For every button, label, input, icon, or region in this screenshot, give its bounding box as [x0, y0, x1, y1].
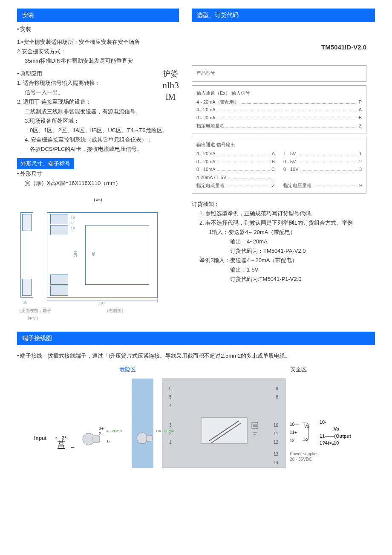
app1b: 信号一入一出。 [17, 88, 158, 97]
input-label: Input [34, 434, 46, 442]
out-l-2-label: 0 - 10mA [196, 165, 216, 173]
out-r-3 [283, 173, 362, 182]
prod-label: 产品型号 [196, 69, 362, 77]
out-l-1-code: B [272, 158, 275, 166]
app3: 3.现场设备所处区域： [17, 116, 179, 126]
t9: 9 [276, 385, 278, 392]
out-l-0-label: 4 - 20mA [196, 150, 216, 158]
out-l-1-label: 0 - 20mA [196, 158, 216, 166]
svg-rect-6 [146, 435, 152, 441]
out-r-3-label [283, 173, 285, 182]
p3: 3+ [99, 426, 104, 431]
out-l-3-label: 4-20mA / 1-5V [196, 173, 226, 182]
rt10: 10— [290, 422, 299, 427]
io-label: Io [304, 436, 308, 443]
output-header: 输出通道 信号输出 [196, 141, 362, 149]
out-r-1: 0 - 5V2 [283, 158, 362, 166]
stray-2: nlh3 [162, 79, 179, 92]
svg-rect-4 [93, 436, 100, 442]
out-l-4: 指定电流量程Z [196, 182, 275, 190]
pwrv-label: 20 - 35VDC [290, 457, 319, 462]
app4b: 各款DCS/PLC的AI卡，接收电流或电压信号。 [17, 145, 179, 154]
output-symbol-icon [250, 422, 259, 440]
dim-line: 宽（厚）X高X深=16X116X110（mm） [17, 179, 179, 188]
in-row-0-label: 4 - 20mA（带配电） [196, 98, 239, 106]
out-l-0: 4 - 20mAA [196, 150, 275, 158]
out-l-4-label: 指定电流量程 [196, 182, 225, 190]
out-r-0-label: 1 - 5V [283, 150, 296, 158]
app-bullet: 典型应用 [17, 70, 42, 77]
ex2a: 举例2输入：变送器4～20mA（带配电） [192, 256, 375, 265]
r12: 1?4t>₂10 [320, 440, 339, 445]
install-header: 安装 [17, 9, 179, 22]
out-r-0-code: 1 [359, 150, 362, 158]
transmitter-icon-2 [135, 430, 154, 447]
dim-cap-left: （正面视图，端子标号） [17, 307, 51, 321]
isolation-icon [201, 417, 248, 447]
app1: 1. 适合将现场信号输入隔离转换： [17, 78, 158, 88]
in-row-2: 0 - 20mAB [196, 114, 362, 122]
app3b: 0区、1区、2区、IIA区、IIB区、UC区、T4～T6危险区。 [17, 126, 179, 135]
dim-mark: (««) [17, 196, 179, 204]
out-l-4-code: Z [272, 182, 275, 190]
pwr-label: Power supplies [290, 451, 319, 457]
rt11: 11+ [290, 430, 297, 435]
out-r-2-label: 0 - 10V [283, 165, 298, 173]
in-row-0-code: P [359, 98, 362, 106]
t12: 12 [274, 439, 278, 446]
module-box: 6 5 4 3 2 1 9 8 10 11 12 13 14 [162, 379, 285, 468]
t5: 5 [169, 393, 172, 401]
stray-1: 护娄 [162, 69, 179, 79]
app4: 4. 安全栅连接至控制系统（或其它单元组合仪表）： [17, 135, 179, 145]
out-r-4-label: 指定电压量程 [283, 182, 311, 190]
in-row-1-code: A [359, 106, 362, 114]
hazard-label: 危险区 [119, 365, 136, 374]
t6: 6 [169, 385, 172, 392]
out-l-3: 4-20mA / 1-5V [196, 173, 275, 182]
out-r-1-code: 2 [359, 158, 362, 166]
in-row-3: 指定电流量程Z [196, 122, 362, 130]
dim-16: 16 [23, 299, 27, 306]
barrier-blue-box [132, 379, 153, 468]
out-r-2: 0 - 10V3 [283, 165, 362, 173]
dash-label: – [71, 442, 75, 453]
p420-a: 4 - 20mA [107, 428, 122, 434]
app2: 2. 适用丁·连接至现场的设备： [17, 97, 158, 107]
ex2b: 输出：1-5V [192, 265, 375, 275]
t1: 1 [169, 439, 172, 446]
in-row-0: 4 - 20mA（带配电）P [196, 98, 362, 106]
app2b: 二线制或三线制非智能变送器，有源电流信号。 [17, 107, 179, 116]
out-l-2-code: C [271, 165, 275, 173]
model-code: TM5041ID-V2.0 [192, 42, 375, 53]
t14: 14 [274, 459, 278, 466]
t4: 4 [169, 402, 172, 409]
r11: 11——(Output [320, 434, 351, 439]
notice-title: 订货须知： [192, 199, 375, 209]
out-l-1: 0 - 20mAB [196, 158, 275, 166]
dimension-figure: 16 104 40 110 12 11 10 （正面视图，端子标号） （右侧图） [17, 208, 179, 319]
in-row-2-label: 0 - 20mA [196, 114, 216, 122]
order-header: 选型、订货代码 [192, 9, 375, 22]
dim-104: 104 [72, 251, 79, 257]
out-r-4: 指定电压量程9 [283, 182, 362, 190]
out-r-0: 1 - 5V1 [283, 150, 362, 158]
r10: 10- [320, 419, 326, 425]
wiring-bullet: 端子接线：拔插式接线端子，通过「I升压簧片式压紧连接。导线采用截而积不超过2.5… [17, 353, 291, 359]
install-bullet: 安装 [17, 26, 31, 32]
in-row-1-label: 4 - 20mA [196, 106, 216, 114]
input-header: 输入通道（Ex） 输入信号 [196, 89, 362, 97]
dim-cap-right: （右侧图） [51, 307, 179, 321]
install-line3: 35mm标准DIN零件帮助安装发尽可能垂直安 [17, 56, 179, 66]
c420-label: C4 - 20mA [156, 428, 174, 434]
notice-1: 1. 参照选型举例，正确规范巧写订货型号代码。 [192, 209, 375, 218]
stray-3: lM [162, 91, 179, 102]
ex1a: 1输入：变送器4～20mA（带配电） [192, 228, 375, 237]
out-r-2-code: 3 [359, 165, 362, 173]
in-row-3-label: 指定电流量程 [196, 122, 225, 130]
safe-label: 安全区 [290, 365, 307, 374]
rt12: 12 [290, 438, 294, 443]
ying-label: 莒 [58, 440, 65, 449]
t10: 10 [274, 422, 278, 429]
dim-header: 外形尺寸、端子标号 [17, 158, 74, 169]
out-r-1-label: 0 - 5V [283, 158, 296, 166]
